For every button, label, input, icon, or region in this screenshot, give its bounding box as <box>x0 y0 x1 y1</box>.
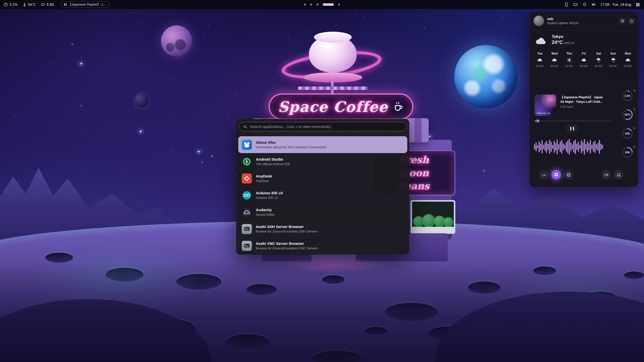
star <box>400 13 400 14</box>
progress-track <box>535 121 611 121</box>
forecast-day: Sat 36°/26° <box>592 52 605 68</box>
result-audacity[interactable]: Audacity Sound Editor <box>238 204 407 220</box>
apps-button[interactable] <box>551 170 561 179</box>
star <box>128 13 129 13</box>
waveform-bar <box>548 144 549 150</box>
workspace-dot[interactable] <box>304 4 306 6</box>
waveform-bar <box>570 143 571 151</box>
memory-stat: 14% <box>621 128 634 139</box>
workspace-dot[interactable] <box>310 4 312 6</box>
weather-temp: 24°C <box>552 39 563 45</box>
star <box>122 44 123 44</box>
temperature-indicator[interactable]: 54°C <box>22 3 36 7</box>
laptop-icon <box>616 172 621 177</box>
star <box>28 165 29 165</box>
pause-button[interactable] <box>567 125 577 132</box>
sparkle-star <box>429 136 430 137</box>
star <box>638 196 638 197</box>
memory-indicator[interactable]: 6.8G <box>41 3 54 7</box>
arduino-icon <box>242 190 252 200</box>
star <box>143 201 143 201</box>
progress-knob[interactable] <box>537 120 539 122</box>
star <box>4 180 5 181</box>
planter-box <box>412 227 454 232</box>
result-about-xfce[interactable]: About Xfce Information about the Xfce De… <box>238 136 407 153</box>
apps-grid-icon[interactable] <box>636 3 640 7</box>
topbar-left: 3.1% 54°C 6.8G 【Japanese Playlist】 J... <box>0 1 109 8</box>
star <box>474 19 475 20</box>
ram-icon <box>633 127 636 130</box>
star <box>101 95 102 96</box>
result-anydesk[interactable]: AnyDesk AnyDesk <box>238 170 407 187</box>
waveform-bar <box>581 140 582 153</box>
globe-button[interactable] <box>564 170 573 179</box>
waveform-bar <box>546 141 547 153</box>
star <box>136 48 136 48</box>
network-icon[interactable] <box>573 2 578 7</box>
forecast-day: Tue 33°/24° <box>534 52 546 68</box>
app-launcher: About Xfce Information about the Xfce De… <box>236 119 409 255</box>
volume-icon[interactable] <box>591 2 596 7</box>
result-avahi-ssh[interactable]: Avahi SSH Server Browser Browse for Zero… <box>238 220 407 237</box>
sparkle-star <box>198 151 199 152</box>
star <box>288 37 289 37</box>
memory-icon <box>41 3 45 7</box>
star <box>137 12 138 13</box>
cloud-icon <box>537 57 543 63</box>
star <box>220 42 221 43</box>
star <box>114 20 114 20</box>
waveform-bar <box>573 141 574 153</box>
memory-value: 6.8G <box>47 3 54 7</box>
cpu-indicator[interactable]: 3.1% <box>4 3 17 7</box>
star <box>115 121 115 121</box>
star <box>4 78 4 79</box>
result-arduino[interactable]: Arduino IDE v2 Arduino IDE v2 <box>238 187 407 204</box>
star <box>509 154 510 154</box>
star <box>276 79 277 80</box>
track-subtitle: Chill Japan. <box>560 105 574 108</box>
star <box>163 175 163 175</box>
clock[interactable]: 17:09 - Tue, 19 Aug <box>600 3 631 7</box>
star <box>356 13 357 13</box>
star <box>484 170 485 171</box>
app-description: AnyDesk <box>256 179 272 183</box>
waveform-bar <box>545 143 546 151</box>
camera-button[interactable] <box>601 170 611 179</box>
waveform-bar <box>567 141 568 153</box>
waveform-bar <box>542 140 543 153</box>
star <box>173 79 174 80</box>
phone-sync-icon[interactable] <box>564 2 569 7</box>
result-android-studio[interactable]: Android Studio The official Android IDE <box>238 153 407 170</box>
app-name: AnyDesk <box>256 174 272 178</box>
launcher-search[interactable] <box>239 122 407 131</box>
workspace-dot-active[interactable] <box>323 3 334 6</box>
star <box>51 62 51 62</box>
bell-icon[interactable] <box>582 2 587 7</box>
power-button[interactable] <box>628 17 635 25</box>
star <box>26 134 26 134</box>
star <box>437 86 438 86</box>
star <box>172 150 172 150</box>
waveform-bar <box>543 145 544 149</box>
system-stats: 3.1% 54°C 14% 24% <box>620 90 636 158</box>
album-label: TOKYO LO <box>536 112 550 115</box>
star <box>86 157 87 157</box>
avatar[interactable] <box>534 16 544 26</box>
dashboard-button[interactable] <box>539 170 549 179</box>
thermometer-icon <box>633 108 636 111</box>
star <box>451 122 452 123</box>
star <box>231 10 232 11</box>
search-input[interactable] <box>250 124 402 129</box>
star <box>235 175 236 175</box>
player-progress[interactable] <box>535 120 611 122</box>
umbrella-icon <box>610 57 616 63</box>
screen-button[interactable] <box>614 170 623 179</box>
workspace-dot[interactable] <box>316 4 318 6</box>
album-art[interactable]: TOKYO LO <box>535 95 556 116</box>
result-avahi-vnc[interactable]: Avahi VNC Server Browser Browse for Zero… <box>238 237 407 254</box>
workspace-dot[interactable] <box>338 4 340 6</box>
now-playing-widget[interactable]: 【Japanese Playlist】 J... <box>61 1 109 8</box>
settings-button[interactable] <box>619 17 626 25</box>
waveform-bar <box>587 141 588 152</box>
star <box>364 17 364 17</box>
